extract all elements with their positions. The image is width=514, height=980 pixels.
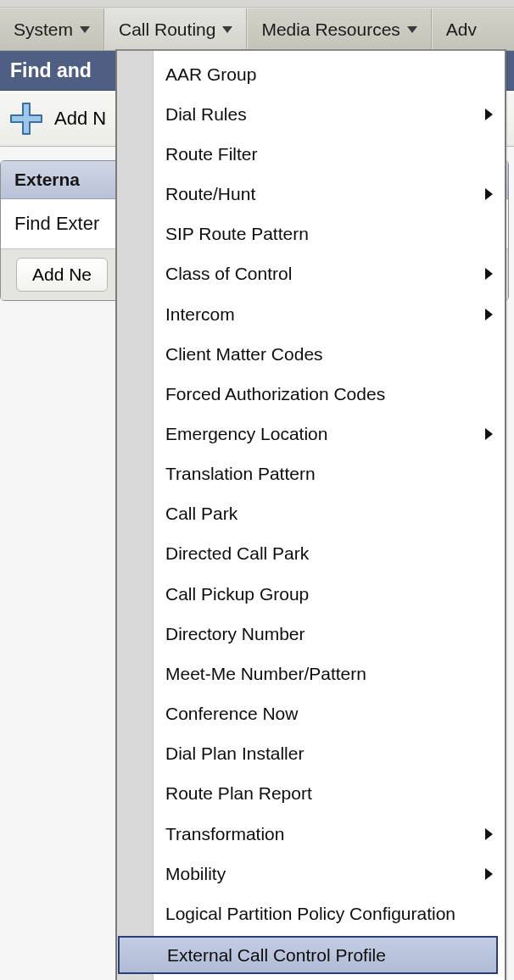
caret-icon <box>407 26 417 33</box>
dropdown-item-route-hunt[interactable]: Route/Hunt <box>154 174 505 214</box>
dropdown-item-label: AAR Group <box>165 64 256 85</box>
dropdown-item-sip-route-pattern[interactable]: SIP Route Pattern <box>154 214 505 254</box>
menu-advanced-label: Adv <box>446 19 477 40</box>
menu-system[interactable]: System <box>0 8 104 50</box>
caret-icon <box>80 26 90 33</box>
dropdown-item-intercom[interactable]: Intercom <box>154 294 505 334</box>
dropdown-item-label: Conference Now <box>165 704 298 724</box>
dropdown-item-label: Call Park <box>165 504 237 524</box>
dropdown-item-mobility[interactable]: Mobility <box>154 854 505 894</box>
dropdown-item-route-plan-report[interactable]: Route Plan Report <box>154 774 505 814</box>
dropdown-item-call-pickup-group[interactable]: Call Pickup Group <box>154 574 505 614</box>
dropdown-item-directed-call-park[interactable]: Directed Call Park <box>154 534 505 574</box>
dropdown-item-conference-now[interactable]: Conference Now <box>154 694 505 734</box>
plus-icon[interactable] <box>8 101 44 136</box>
dropdown-item-emergency-location[interactable]: Emergency Location <box>154 414 505 454</box>
menu-advanced[interactable]: Adv <box>432 8 490 50</box>
dropdown-item-label: Call Pickup Group <box>165 584 309 604</box>
dropdown-item-client-matter-codes[interactable]: Client Matter Codes <box>154 334 505 374</box>
submenu-arrow-icon <box>485 868 493 880</box>
dropdown-item-external-call-control-profile[interactable]: External Call Control Profile <box>118 936 498 973</box>
menu-call-routing[interactable]: Call Routing <box>104 8 247 50</box>
submenu-arrow-icon <box>485 428 493 440</box>
dropdown-item-route-filter[interactable]: Route Filter <box>154 134 505 174</box>
dropdown-item-label: Transformation <box>165 824 284 844</box>
dropdown-item-translation-pattern[interactable]: Translation Pattern <box>154 454 505 494</box>
dropdown-item-label: Dial Plan Installer <box>165 743 304 764</box>
dropdown-item-call-park[interactable]: Call Park <box>154 494 505 534</box>
dropdown-item-label: SIP Route Pattern <box>165 224 309 244</box>
dropdown-item-label: Dial Rules <box>165 104 247 125</box>
dropdown-item-label: Intercom <box>165 304 235 325</box>
dropdown-item-dial-plan-installer[interactable]: Dial Plan Installer <box>154 734 505 774</box>
dropdown-item-label: Emergency Location <box>165 424 327 444</box>
page-title: Find and <box>10 59 92 82</box>
dropdown-item-label: Route Filter <box>165 144 258 164</box>
dropdown-item-label: Route Plan Report <box>165 783 312 804</box>
dropdown-item-dial-rules[interactable]: Dial Rules <box>154 94 505 134</box>
dropdown-item-label: Route/Hunt <box>165 184 255 204</box>
caret-icon <box>222 26 232 33</box>
dropdown-item-label: Class of Control <box>165 264 292 284</box>
add-new-button[interactable]: Add Ne <box>16 258 108 292</box>
submenu-arrow-icon <box>485 188 493 200</box>
dropdown-item-aar-group[interactable]: AAR Group <box>154 54 505 94</box>
dropdown-item-label: Directory Number <box>165 624 305 644</box>
dropdown-item-label: Mobility <box>165 864 226 884</box>
dropdown-item-logical-partition-policy-configuration[interactable]: Logical Partition Policy Configuration <box>154 894 505 933</box>
menu-media-resources[interactable]: Media Resources <box>247 8 431 50</box>
panel-header-label: Externa <box>14 170 80 189</box>
dropdown-item-class-of-control[interactable]: Class of Control <box>154 254 505 294</box>
menu-system-label: System <box>14 19 73 40</box>
dropdown-item-label: Forced Authorization Codes <box>165 384 385 404</box>
submenu-arrow-icon <box>485 109 493 120</box>
dropdown-item-meet-me-number-pattern[interactable]: Meet-Me Number/Pattern <box>154 654 505 693</box>
toolbar-add-new-label[interactable]: Add N <box>54 108 106 130</box>
dropdown-item-label: Logical Partition Policy Configuration <box>165 904 455 924</box>
dropdown-list: AAR GroupDial RulesRoute FilterRoute/Hun… <box>154 51 505 980</box>
dropdown-item-forced-authorization-codes[interactable]: Forced Authorization Codes <box>154 374 505 414</box>
submenu-arrow-icon <box>485 268 493 280</box>
dropdown-item-label: Client Matter Codes <box>165 344 323 365</box>
dropdown-item-label: Directed Call Park <box>165 543 309 564</box>
dropdown-item-label: External Call Control Profile <box>167 945 386 966</box>
dropdown-item-label: Translation Pattern <box>165 464 316 484</box>
submenu-arrow-icon <box>485 309 493 320</box>
menu-media-resources-label: Media Resources <box>261 19 399 40</box>
find-label: Find Exter <box>14 213 99 234</box>
add-new-button-label: Add Ne <box>32 264 92 285</box>
window-top-strip <box>0 0 514 8</box>
dropdown-item-label: Meet-Me Number/Pattern <box>165 664 366 684</box>
call-routing-dropdown: AAR GroupDial RulesRoute FilterRoute/Hun… <box>115 49 506 980</box>
menu-call-routing-label: Call Routing <box>119 19 215 40</box>
dropdown-item-directory-number[interactable]: Directory Number <box>154 614 505 654</box>
dropdown-gutter <box>117 51 154 980</box>
submenu-arrow-icon <box>485 828 493 840</box>
menubar: System Call Routing Media Resources Adv <box>0 8 514 51</box>
dropdown-item-transformation[interactable]: Transformation <box>154 814 505 854</box>
